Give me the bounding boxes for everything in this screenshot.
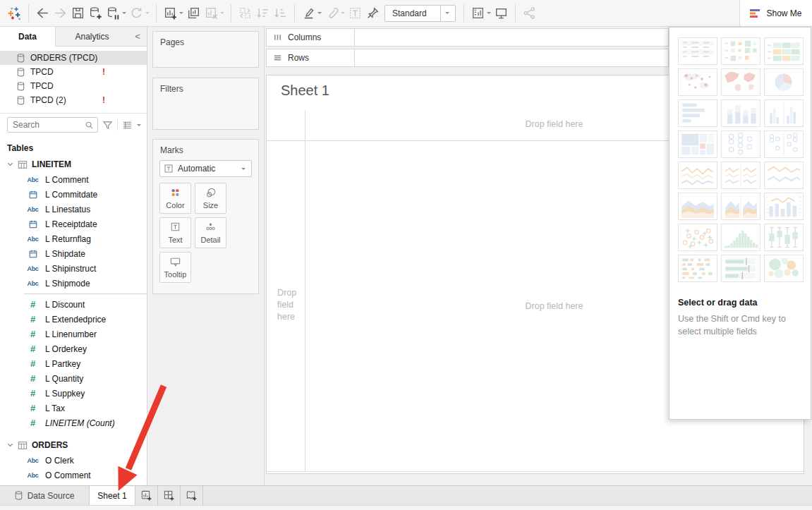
- showme-horizontal-bars-thumbnail[interactable]: [678, 99, 717, 127]
- showme-continuous-area-thumbnail[interactable]: [678, 193, 717, 220]
- group-members-button[interactable]: [323, 4, 341, 23]
- fix-axes-pin-button[interactable]: [364, 4, 382, 23]
- showme-filled-map-thumbnail[interactable]: [721, 68, 761, 96]
- showme-stacked-bars-thumbnail[interactable]: [721, 99, 761, 127]
- show-hide-cards-caret[interactable]: [487, 12, 491, 16]
- field-item[interactable]: L Receiptdate: [0, 217, 147, 231]
- field-item[interactable]: #L Suppkey: [0, 386, 147, 401]
- showme-dual-combination-thumbnail[interactable]: [764, 193, 804, 220]
- datasource-item[interactable]: ORDERS (TPCD): [0, 51, 147, 65]
- group-members-caret[interactable]: [341, 12, 345, 16]
- showme-discrete-area-thumbnail[interactable]: [721, 193, 761, 220]
- showme-discrete-lines-thumbnail[interactable]: [721, 162, 761, 189]
- new-story-tab-button[interactable]: [181, 486, 203, 505]
- forward-button[interactable]: [51, 4, 69, 23]
- showme-highlight-table-thumbnail[interactable]: [764, 37, 804, 65]
- showme-continuous-lines-thumbnail[interactable]: [678, 162, 717, 189]
- sheet-1-tab[interactable]: Sheet 1: [90, 486, 135, 505]
- showme-text-table-thumbnail[interactable]: [678, 37, 717, 65]
- field-item[interactable]: L Commitdate: [0, 187, 147, 202]
- save-button[interactable]: [69, 4, 87, 23]
- field-item[interactable]: L Shipdate: [0, 246, 147, 261]
- field-item[interactable]: #L Orderkey: [0, 341, 147, 356]
- pages-shelf[interactable]: Pages: [152, 31, 259, 68]
- clear-sheet-caret[interactable]: [220, 12, 224, 16]
- sort-descending-button[interactable]: [272, 4, 289, 23]
- show-me-button[interactable]: Show Me: [739, 0, 812, 27]
- back-button[interactable]: [34, 4, 51, 23]
- chevron-down-icon[interactable]: [7, 442, 13, 448]
- fit-selector-caret[interactable]: [440, 6, 455, 21]
- showme-bullet-graph-thumbnail[interactable]: [721, 255, 761, 282]
- run-auto-updates-caret[interactable]: [145, 12, 150, 16]
- showme-heat-map-thumbnail[interactable]: [721, 37, 761, 65]
- detail-mark-button[interactable]: Detail: [195, 217, 226, 248]
- field-item[interactable]: #L Extendedprice: [0, 312, 147, 327]
- chevron-down-icon[interactable]: [7, 162, 13, 167]
- tab-analytics[interactable]: Analytics: [56, 27, 128, 47]
- clear-sheet-button[interactable]: [202, 4, 220, 23]
- swap-rows-columns-button[interactable]: [236, 4, 254, 23]
- pause-auto-updates-caret[interactable]: [122, 12, 126, 16]
- data-source-tab[interactable]: Data Source: [0, 486, 90, 505]
- showme-box-and-whisker-thumbnail[interactable]: [764, 224, 804, 251]
- new-worksheet-caret[interactable]: [179, 12, 183, 16]
- duplicate-sheet-button[interactable]: [185, 4, 202, 23]
- showme-symbol-map-thumbnail[interactable]: [678, 68, 717, 96]
- new-dashboard-tab-button[interactable]: [158, 486, 181, 505]
- view-options-icon[interactable]: [122, 120, 133, 130]
- columns-shelf-area[interactable]: [355, 28, 669, 47]
- showme-side-by-side-bars-thumbnail[interactable]: [764, 99, 804, 127]
- field-item[interactable]: #L Quantity: [0, 371, 147, 386]
- pause-auto-updates-button[interactable]: [104, 4, 122, 23]
- rows-shelf-area[interactable]: [355, 49, 669, 67]
- table-group-header[interactable]: ORDERS: [0, 437, 147, 453]
- datasource-item[interactable]: TPCD: [0, 79, 147, 93]
- show-mark-labels-button[interactable]: [346, 4, 364, 23]
- field-item[interactable]: #LINEITEM (Count): [0, 415, 147, 430]
- field-item[interactable]: #L Tax: [0, 401, 147, 415]
- new-data-source-button[interactable]: [87, 4, 104, 23]
- showme-dual-lines-thumbnail[interactable]: [764, 162, 804, 189]
- search-box[interactable]: [7, 117, 98, 133]
- drop-zone-rows[interactable]: Drop field here: [277, 287, 303, 323]
- columns-shelf[interactable]: Columns: [266, 28, 669, 47]
- showme-pie-chart-thumbnail[interactable]: [764, 68, 804, 96]
- field-item[interactable]: AbcL Returnflag: [0, 231, 147, 246]
- run-auto-updates-button[interactable]: [128, 4, 145, 23]
- filter-fields-icon[interactable]: [102, 120, 113, 130]
- text-mark-button[interactable]: Text: [159, 217, 191, 248]
- new-worksheet-tab-button[interactable]: [135, 486, 158, 505]
- field-item[interactable]: #L Linenumber: [0, 327, 147, 341]
- showme-circle-view-thumbnail[interactable]: [721, 130, 761, 158]
- table-group-header[interactable]: LINEITEM: [0, 157, 147, 172]
- sort-ascending-button[interactable]: [254, 4, 272, 23]
- showme-treemap-thumbnail[interactable]: [678, 130, 717, 158]
- showme-histogram-thumbnail[interactable]: [721, 224, 761, 251]
- datasource-item[interactable]: TPCD!: [0, 65, 147, 79]
- rows-shelf[interactable]: Rows: [266, 49, 669, 67]
- field-item[interactable]: AbcL Shipmode: [0, 276, 147, 291]
- field-item[interactable]: AbcO Clerk: [0, 453, 147, 468]
- mark-type-caret[interactable]: [241, 168, 246, 172]
- tab-data[interactable]: Data: [0, 27, 56, 47]
- highlight-caret[interactable]: [317, 12, 322, 16]
- field-item[interactable]: AbcL Comment: [0, 172, 147, 187]
- collapse-pane-button[interactable]: <: [128, 27, 147, 47]
- view-options-caret[interactable]: [137, 124, 141, 128]
- highlight-button[interactable]: [300, 4, 317, 23]
- presentation-mode-button[interactable]: [492, 4, 510, 23]
- size-mark-button[interactable]: Size: [195, 183, 226, 214]
- search-input[interactable]: [11, 119, 85, 130]
- field-item[interactable]: #L Discount: [0, 297, 147, 312]
- show-hide-cards-button[interactable]: [469, 4, 487, 23]
- datasource-item[interactable]: TPCD (2)!: [0, 93, 147, 107]
- color-mark-button[interactable]: Color: [159, 183, 191, 214]
- field-item[interactable]: AbcL Linestatus: [0, 202, 147, 217]
- tooltip-mark-button[interactable]: Tooltip: [159, 252, 191, 283]
- showme-side-by-side-circles-thumbnail[interactable]: [764, 130, 804, 158]
- new-worksheet-button[interactable]: [162, 4, 179, 23]
- showme-gantt-thumbnail[interactable]: [678, 255, 717, 282]
- showme-scatter-plot-thumbnail[interactable]: [678, 224, 717, 251]
- mark-type-dropdown[interactable]: Automatic: [159, 160, 252, 177]
